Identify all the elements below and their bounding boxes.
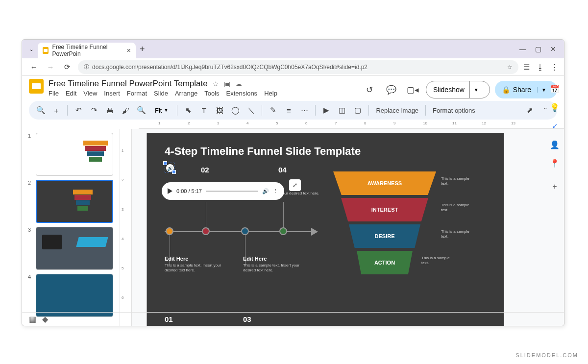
menu-help[interactable]: Help <box>264 90 277 97</box>
tab-close-icon[interactable]: × <box>127 47 131 54</box>
interest-desc[interactable]: This is a sample text. <box>441 203 475 213</box>
select-tool-icon[interactable]: ⬉ <box>181 103 195 117</box>
maximize-icon[interactable]: ▢ <box>535 45 541 53</box>
funnel-awareness[interactable]: AWARENESS <box>333 171 436 195</box>
menu-view[interactable]: View <box>83 90 97 97</box>
crop-icon[interactable]: ◫ <box>335 103 349 117</box>
shape-icon[interactable]: ◯ <box>228 103 242 117</box>
thumb-4[interactable] <box>36 274 113 317</box>
browser-tab[interactable]: Free Timeline Funnel PowerPoin × <box>38 43 136 58</box>
border-dash-icon[interactable]: ⋯ <box>297 103 311 117</box>
image-icon[interactable]: 🖼 <box>213 103 226 117</box>
audio-menu-icon[interactable]: ⋮ <box>273 188 278 194</box>
reload-button[interactable]: ⟳ <box>61 61 73 73</box>
tasks-icon[interactable]: ✓ <box>550 121 560 131</box>
redo-icon[interactable]: ↷ <box>87 103 101 117</box>
maps-icon[interactable]: 📍 <box>550 158 560 168</box>
add-addon-icon[interactable]: + <box>550 182 560 192</box>
reading-list-icon[interactable]: ☰ <box>523 63 530 72</box>
dot-3[interactable] <box>241 227 249 235</box>
step-01-text[interactable]: Edit HereThis is a sample text. Insert y… <box>165 256 223 273</box>
menu-arrange[interactable]: Arrange <box>175 90 197 97</box>
meet-icon[interactable]: ▢◂ <box>404 81 421 98</box>
url-input[interactable]: ⓘ docs.google.com/presentation/d/1IJKgJe… <box>78 60 518 74</box>
border-weight-icon[interactable]: ≡ <box>282 103 295 117</box>
download-icon[interactable]: ⭳ <box>537 63 544 72</box>
thumb-3[interactable] <box>36 227 113 270</box>
chrome-menu-icon[interactable]: ⋮ <box>551 63 558 72</box>
slideshow-button[interactable]: Slideshow ▼ <box>426 81 490 98</box>
menu-format[interactable]: Format <box>127 90 147 97</box>
search-menus-icon[interactable]: 🔍 <box>34 103 48 117</box>
keep-icon[interactable]: 💡 <box>550 102 560 112</box>
play-icon[interactable] <box>168 188 172 194</box>
bookmark-icon[interactable]: ☆ <box>507 64 513 71</box>
textbox-icon[interactable]: T <box>197 103 211 117</box>
close-window-icon[interactable]: ✕ <box>550 45 556 53</box>
step-02[interactable]: 02 <box>201 166 209 174</box>
desire-desc[interactable]: This is a sample text. <box>441 229 475 240</box>
funnel-action[interactable]: ACTION <box>357 251 413 274</box>
menu-extensions[interactable]: Extensions <box>226 90 258 97</box>
minimize-icon[interactable]: — <box>519 45 526 53</box>
move-icon[interactable]: ▣ <box>224 80 230 88</box>
grid-view-icon[interactable]: ▦ <box>29 315 36 324</box>
slide[interactable]: 4-Step Timeline Funnel Slide Template 🔊 … <box>147 133 504 326</box>
menu-edit[interactable]: Edit <box>66 90 76 97</box>
star-icon[interactable]: ☆ <box>213 80 219 88</box>
replace-image-button[interactable]: Replace image <box>373 107 421 114</box>
share-label: Share <box>513 86 531 94</box>
undo-icon[interactable]: ↶ <box>72 103 85 117</box>
menu-slide[interactable]: Slide <box>154 90 168 97</box>
ruler-horizontal: 12345678910111213 <box>139 120 564 129</box>
slides-logo[interactable] <box>29 79 44 94</box>
slideshow-dropdown[interactable]: ▼ <box>469 81 483 98</box>
forward-button[interactable]: → <box>45 61 56 73</box>
history-icon[interactable]: ↺ <box>361 81 378 98</box>
action-desc[interactable]: This is a sample text. <box>421 256 456 266</box>
thumb-2[interactable] <box>36 180 113 223</box>
line-icon[interactable]: ＼ <box>244 103 258 117</box>
audio-progress[interactable] <box>206 191 258 192</box>
tab-search-button[interactable]: ⌄ <box>25 43 38 55</box>
pointer-mode-icon[interactable]: ⬈ <box>523 103 537 117</box>
doc-title[interactable]: Free Timeline Funnel PowerPoint Template <box>49 79 208 89</box>
cloud-icon[interactable]: ☁ <box>235 80 242 88</box>
menu-tools[interactable]: Tools <box>204 90 219 97</box>
audio-player[interactable]: 0:00 / 5:17 🔊 ⋮ <box>162 182 284 200</box>
site-info-icon[interactable]: ⓘ <box>84 63 89 71</box>
motion-icon[interactable]: ▶ <box>319 103 333 117</box>
funnel-desire[interactable]: DESIRE <box>349 224 420 248</box>
format-options-button[interactable]: Format options <box>430 107 478 114</box>
back-button[interactable]: ← <box>28 61 40 73</box>
new-slide-button[interactable]: + <box>49 103 63 117</box>
popout-icon[interactable]: ⤢ <box>289 179 301 191</box>
awareness-desc[interactable]: This is a sample text. <box>441 176 475 187</box>
thumb-1[interactable] <box>36 133 113 176</box>
print-icon[interactable]: 🖶 <box>103 103 117 117</box>
paint-format-icon[interactable]: 🖌 <box>119 103 132 117</box>
menu-file[interactable]: File <box>49 90 59 97</box>
step-03-text[interactable]: Edit HereThis is a sample text. Insert y… <box>243 256 302 273</box>
zoom-icon[interactable]: 🔍 <box>134 103 148 117</box>
zoom-select[interactable]: Fit▼ <box>150 107 173 114</box>
step-04[interactable]: 04 <box>278 166 287 174</box>
dot-2[interactable] <box>202 227 210 235</box>
contacts-icon[interactable]: 👤 <box>550 140 560 149</box>
calendar-icon[interactable]: 📅 <box>550 84 560 94</box>
explore-icon[interactable]: ◆ <box>42 315 48 324</box>
dot-4[interactable] <box>279 227 287 235</box>
volume-icon[interactable]: 🔊 <box>262 188 269 194</box>
menu-insert[interactable]: Insert <box>104 90 120 97</box>
new-tab-button[interactable]: + <box>140 44 145 54</box>
funnel-interest[interactable]: INTEREST <box>341 198 428 221</box>
canvas[interactable]: 4-Step Timeline Funnel Slide Template 🔊 … <box>132 129 564 326</box>
border-color-icon[interactable]: ✎ <box>266 103 280 117</box>
slide-title[interactable]: 4-Step Timeline Funnel Slide Template <box>165 145 361 158</box>
side-panel: 📅 💡 ✓ 👤 📍 + <box>545 81 564 192</box>
bottom-bar: ▦ ◆ <box>22 312 564 326</box>
comments-icon[interactable]: 💬 <box>383 81 399 98</box>
audio-selection[interactable]: 🔊 <box>165 163 174 172</box>
mask-icon[interactable]: ▢ <box>351 103 365 117</box>
dot-1[interactable] <box>166 227 173 235</box>
